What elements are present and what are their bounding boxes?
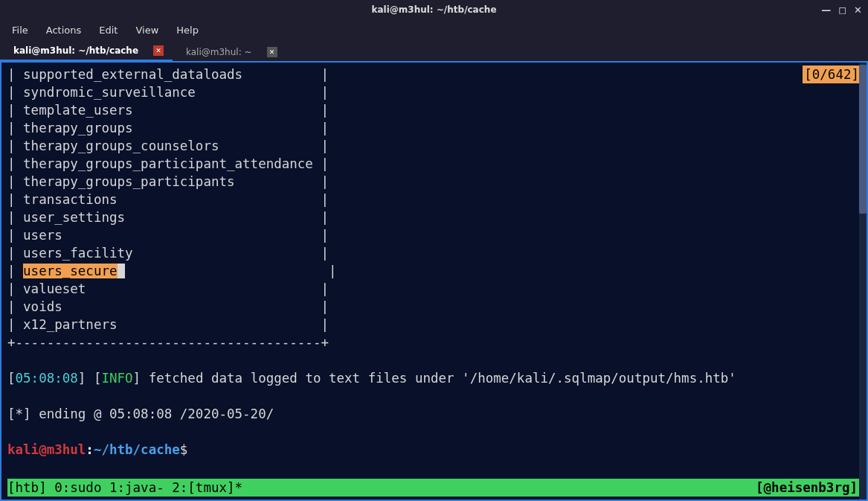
scrollbar[interactable] — [859, 63, 867, 500]
status-right: [@heisenb3rg] — [756, 479, 858, 497]
window-titlebar: kali@m3hul: ~/htb/cache — ◻ ✕ — [0, 0, 868, 19]
tab-close-icon[interactable]: ✕ — [153, 45, 164, 56]
tab-label: kali@m3hul: ~/htb/cache — [13, 45, 138, 56]
tab-close-icon[interactable]: ✕ — [267, 47, 277, 57]
menu-help[interactable]: Help — [176, 25, 199, 36]
minimize-icon[interactable]: — — [821, 4, 831, 16]
terminal[interactable]: [0/642] | supported_external_dataloads |… — [0, 61, 868, 501]
scrollbar-thumb[interactable] — [859, 65, 867, 214]
tab-home[interactable]: kali@m3hul: ~ ✕ — [173, 43, 286, 61]
menu-edit[interactable]: Edit — [99, 25, 118, 36]
tabbar: kali@m3hul: ~/htb/cache ✕ kali@m3hul: ~ … — [0, 40, 868, 61]
tab-label: kali@m3hul: ~ — [186, 47, 252, 57]
menu-view[interactable]: View — [135, 25, 158, 36]
tmux-statusbar: [htb] 0:sudo 1:java- 2:[tmux]* [@heisenb… — [7, 479, 861, 497]
menu-file[interactable]: File — [12, 25, 28, 36]
close-icon[interactable]: ✕ — [854, 4, 862, 16]
maximize-icon[interactable]: ◻ — [838, 4, 846, 16]
menu-actions[interactable]: Actions — [46, 25, 82, 36]
menubar: File Actions Edit View Help — [0, 19, 868, 40]
search-counter: [0/642] — [803, 66, 861, 83]
status-left: [htb] 0:sudo 1:java- 2:[tmux]* — [7, 479, 242, 497]
window-title: kali@m3hul: ~/htb/cache — [371, 4, 496, 15]
tab-cache[interactable]: kali@m3hul: ~/htb/cache ✕ — [0, 42, 173, 61]
